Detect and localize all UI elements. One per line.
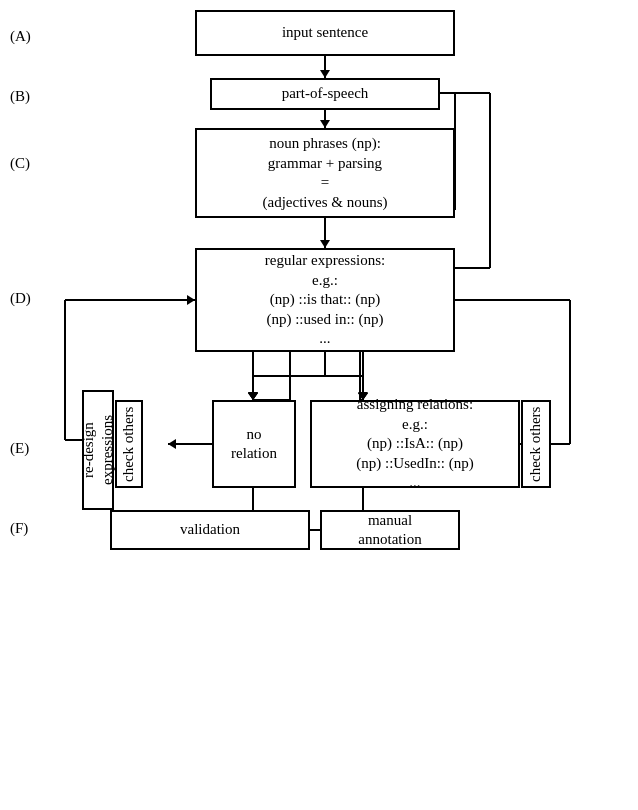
noun-phrases-label: noun phrases (np): grammar + parsing = (… [263,134,388,212]
pos-box: part-of-speech [210,78,440,110]
no-relation-box: no relation [212,400,296,488]
check-others-right-box: check others [521,400,551,488]
svg-marker-21 [248,393,258,400]
assigning-relations-label: assigning relations: e.g.: (np) ::IsA:: … [356,395,473,493]
validation-label: validation [180,520,240,540]
check-others-left-box: check others [115,400,143,488]
pos-label: part-of-speech [282,84,369,104]
diagram: (A) (B) (C) (D) (E) (F) input sentence p… [0,0,638,810]
redesign-box: re-design expressions [82,390,114,510]
label-f: (F) [10,520,28,537]
label-e: (E) [10,440,29,457]
svg-marker-3 [320,120,330,128]
svg-marker-41 [168,439,176,449]
check-others-right-label: check others [526,406,546,481]
label-c: (C) [10,155,30,172]
validation-box: validation [110,510,310,550]
no-relation-label: no relation [231,425,277,464]
manual-annotation-label: manual annotation [358,511,421,550]
manual-annotation-box: manual annotation [320,510,460,550]
assigning-relations-box: assigning relations: e.g.: (np) ::IsA:: … [310,400,520,488]
regular-expressions-box: regular expressions: e.g.: (np) ::is tha… [195,248,455,352]
svg-marker-28 [248,393,258,400]
input-sentence-box: input sentence [195,10,455,56]
svg-marker-39 [187,295,195,305]
regular-expressions-label: regular expressions: e.g.: (np) ::is tha… [265,251,385,349]
svg-marker-1 [320,70,330,78]
label-d: (D) [10,290,31,307]
label-b: (B) [10,88,30,105]
svg-marker-9 [320,240,330,248]
svg-marker-15 [248,392,258,400]
redesign-label: re-design expressions [79,392,118,508]
svg-marker-17 [248,392,258,400]
check-others-left-label: check others [119,406,139,481]
label-a: (A) [10,28,31,45]
noun-phrases-box: noun phrases (np): grammar + parsing = (… [195,128,455,218]
input-sentence-label: input sentence [282,23,368,43]
